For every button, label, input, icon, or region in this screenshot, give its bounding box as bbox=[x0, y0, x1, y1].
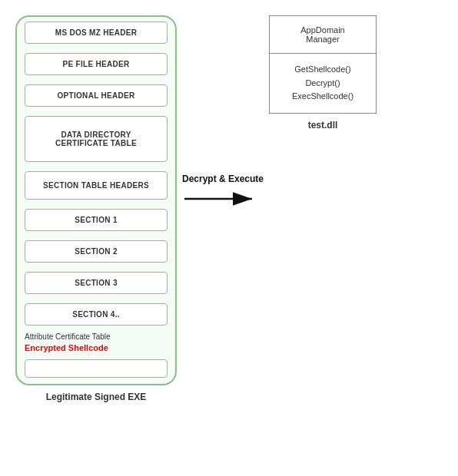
bottom-empty-section bbox=[25, 359, 168, 378]
arrow-label: Decrypt & Execute bbox=[182, 174, 264, 184]
encrypted-label: Encrypted Shellcode bbox=[17, 342, 175, 357]
sectiontable-section: SECTION TABLE HEADERS bbox=[25, 171, 168, 200]
section1: SECTION 1 bbox=[25, 209, 168, 231]
msdos-section: MS DOS MZ HEADER bbox=[25, 21, 168, 44]
section3: SECTION 3 bbox=[25, 272, 168, 294]
dll-bottom-label: GetShellcode() Decrypt() ExecShellcode() bbox=[292, 64, 353, 101]
section4: SECTION 4.. bbox=[25, 303, 168, 326]
dll-methods: GetShellcode() Decrypt() ExecShellcode() bbox=[270, 54, 376, 113]
exe-wrapper: MS DOS MZ HEADER PE FILE HEADER OPTIONAL… bbox=[15, 15, 177, 402]
exe-caption: Legitimate Signed EXE bbox=[46, 392, 147, 402]
arrow-icon bbox=[184, 187, 261, 210]
optional-section: OPTIONAL HEADER bbox=[25, 84, 168, 107]
dll-caption: test.dll bbox=[308, 120, 338, 131]
dll-appdomain: AppDomain Manager bbox=[270, 16, 376, 54]
dll-box: AppDomain Manager GetShellcode() Decrypt… bbox=[269, 15, 377, 114]
main-layout: MS DOS MZ HEADER PE FILE HEADER OPTIONAL… bbox=[0, 0, 458, 476]
pefile-section: PE FILE HEADER bbox=[25, 53, 168, 75]
exe-box: MS DOS MZ HEADER PE FILE HEADER OPTIONAL… bbox=[15, 15, 177, 385]
datadirectory-section: DATA DIRECTORY CERTIFICATE TABLE bbox=[25, 116, 168, 162]
dll-area: AppDomain Manager GetShellcode() Decrypt… bbox=[269, 15, 377, 131]
attribute-label: Attribute Certificate Table bbox=[17, 330, 175, 342]
arrow-area: Decrypt & Execute bbox=[177, 15, 269, 369]
datadirectory-label: DATA DIRECTORY CERTIFICATE TABLE bbox=[55, 131, 137, 147]
dll-top-label: AppDomain Manager bbox=[300, 25, 344, 44]
section2: SECTION 2 bbox=[25, 240, 168, 263]
